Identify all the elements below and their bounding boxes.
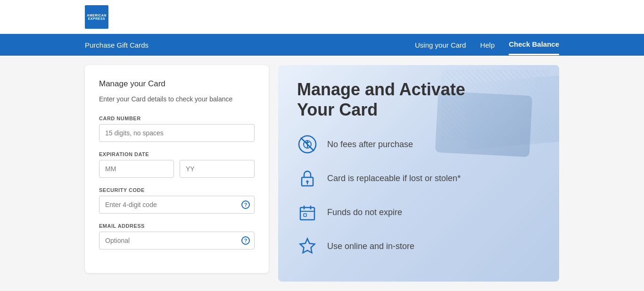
feature-online-text: Use online and in-store (327, 241, 414, 251)
main-content: Manage your Card Enter your Card details… (0, 56, 644, 291)
lock-icon (297, 168, 318, 189)
logo[interactable]: AMERICAN EXPRESS (85, 5, 108, 29)
form-card: Manage your Card Enter your Card details… (85, 65, 269, 273)
right-title: Manage and Activate Your Card (297, 79, 540, 120)
nav-right: Using your Card Help Check Balance (415, 34, 559, 55)
feature-no-fees: No fees after purchase (297, 134, 540, 155)
nav-using-your-card[interactable]: Using your Card (415, 35, 466, 55)
card-number-input[interactable] (99, 124, 255, 142)
feature-replaceable-text: Card is replaceable if lost or stolen* (327, 174, 461, 183)
security-code-input[interactable] (99, 196, 255, 214)
expiry-year-input[interactable] (180, 160, 255, 178)
form-title: Manage your Card (99, 79, 255, 89)
star-icon (297, 236, 318, 257)
security-code-group: SECURITY CODE ? (99, 187, 255, 214)
svg-rect-12 (304, 214, 306, 216)
card-number-label: CARD NUMBER (99, 116, 255, 121)
email-info-icon[interactable]: ? (241, 236, 250, 245)
expiration-group: EXPIRATION DATE (99, 151, 255, 178)
feature-online: Use online and in-store (297, 236, 540, 257)
email-label: EMAIL ADDRESS (99, 223, 255, 229)
security-input-wrapper: ? (99, 196, 255, 214)
email-input-wrapper: ? (99, 232, 255, 249)
feature-replaceable: Card is replaceable if lost or stolen* (297, 168, 540, 189)
feature-no-fees-text: No fees after purchase (327, 140, 413, 150)
logo-line1: AMERICAN (87, 14, 107, 17)
nav-help[interactable]: Help (480, 35, 495, 55)
right-content: Manage and Activate Your Card (278, 65, 559, 271)
left-panel: Manage your Card Enter your Card details… (85, 65, 269, 282)
nav-left: Purchase Gift Cards (85, 35, 415, 55)
svg-rect-8 (300, 208, 314, 220)
security-info-icon[interactable]: ? (241, 200, 250, 209)
svg-marker-13 (300, 239, 315, 253)
logo-box: AMERICAN EXPRESS (85, 5, 108, 29)
right-title-line1: Manage and Activate (297, 80, 465, 99)
email-input[interactable] (99, 232, 255, 249)
nav-purchase-gift-cards[interactable]: Purchase Gift Cards (85, 35, 149, 55)
logo-line2: EXPRESS (88, 17, 106, 20)
expiry-row (99, 160, 255, 178)
email-group: EMAIL ADDRESS ? (99, 223, 255, 249)
calendar-icon (297, 202, 318, 223)
right-panel: Manage and Activate Your Card (278, 65, 559, 282)
security-code-label: SECURITY CODE (99, 187, 255, 193)
feature-no-expire-text: Funds do not expire (327, 208, 402, 217)
form-subtitle: Enter your Card details to check your ba… (99, 94, 255, 104)
expiration-label: EXPIRATION DATE (99, 151, 255, 157)
card-number-group: CARD NUMBER (99, 116, 255, 142)
nav-check-balance[interactable]: Check Balance (509, 34, 559, 55)
feature-list: No fees after purchase Card is replaceab… (297, 134, 540, 257)
nav: Purchase Gift Cards Using your Card Help… (0, 34, 644, 56)
svg-point-6 (306, 181, 309, 183)
feature-no-expire: Funds do not expire (297, 202, 540, 223)
right-title-line2: Your Card (297, 100, 378, 119)
expiry-month-input[interactable] (99, 160, 174, 178)
no-fees-icon (297, 134, 318, 155)
header: AMERICAN EXPRESS (0, 0, 644, 34)
